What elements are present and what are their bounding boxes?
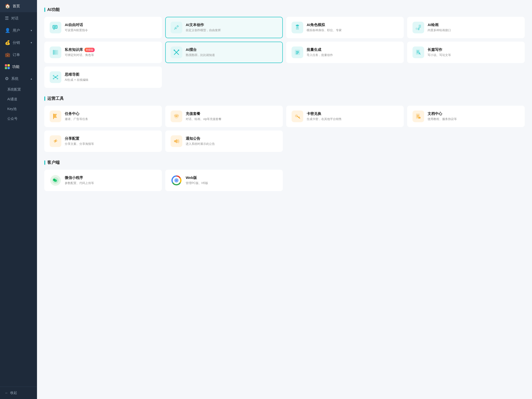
- card-share-config[interactable]: 分享配置 分享文案、分享海报等: [44, 130, 162, 152]
- card-desc-ai-paint: 内置多种绘画接口: [428, 28, 451, 32]
- empty-cell: [286, 66, 404, 88]
- swords-icon: [171, 46, 182, 58]
- card-desc-share-config: 分享文案、分享海报等: [65, 142, 94, 146]
- card-ai-chat[interactable]: AI自由对话 可设置AI前置指令: [44, 17, 162, 38]
- card-title-ai-knowledge: 私有知识库 初级版: [65, 47, 95, 52]
- sidebar-item-user[interactable]: 👤 用户 ▾: [0, 24, 37, 37]
- svg-point-13: [174, 50, 175, 51]
- sidebar-item-home[interactable]: 🏠 首页: [0, 0, 37, 12]
- empty-cell: [286, 170, 404, 191]
- gear-icon: ⚙: [5, 76, 9, 81]
- card-text-ai-text: AI文本创作 自定义创作模型，自由发挥: [186, 23, 221, 32]
- section-ops-tools: 运营工具 任务中心 邀请、广告等任务: [44, 96, 525, 152]
- card-title-notice: 通知公告: [186, 136, 215, 141]
- sidebar-item-dialogue[interactable]: ☰ 对话: [0, 12, 37, 24]
- sidebar-item-distribute[interactable]: 💰 分销 ▾: [0, 37, 37, 49]
- svg-rect-10: [57, 50, 58, 55]
- card-title-ai-arena: AI擂台: [186, 47, 215, 52]
- sidebar-item-label: 对话: [11, 16, 18, 21]
- card-ai-long-write[interactable]: 长篇写作 写小说、写论文等: [407, 42, 525, 63]
- card-web[interactable]: Web版 管理PC版、H5版: [165, 170, 283, 191]
- card-ai-arena[interactable]: AI擂台 熟强熟弱，比比就知道: [165, 42, 283, 63]
- sidebar-item-label: 系统: [11, 76, 18, 81]
- card-text-ai-role: AI角色模拟 模拟各种身份、职位、专家: [307, 23, 342, 32]
- empty-cell: [407, 66, 525, 88]
- sidebar-sub-key-pool[interactable]: Key池: [0, 104, 37, 114]
- grid-icon: [5, 64, 10, 69]
- svg-point-34: [295, 115, 298, 117]
- card-ai-mindmap[interactable]: 思维导图 AI生成 + 在线编辑: [44, 66, 162, 88]
- sidebar-sub-public-account[interactable]: 公众号: [0, 114, 37, 124]
- card-wechat-mini[interactable]: 微信小程序 参数配置、代码上传等: [44, 170, 162, 191]
- card-title-web: Web版: [186, 176, 208, 180]
- card-ai-knowledge[interactable]: 私有知识库 初级版 可绑定到对话、角色等: [44, 42, 162, 63]
- card-card-redeem[interactable]: 卡密兑换 生成卡密，在其他平台销售: [286, 106, 404, 127]
- card-desc-doc-center: 使用教程、服务协议等: [428, 117, 457, 121]
- key-icon: [292, 111, 303, 122]
- list-check-icon: [292, 46, 303, 58]
- card-desc-web: 管理PC版、H5版: [186, 181, 208, 185]
- card-text-doc-center: 文档中心 使用教程、服务协议等: [428, 111, 457, 121]
- sidebar-sub-ai-channel[interactable]: AI通道: [0, 94, 37, 104]
- card-desc-ai-text: 自定义创作模型，自由发挥: [186, 28, 221, 32]
- card-ai-text[interactable]: AI文本创作 自定义创作模型，自由发挥: [165, 17, 283, 38]
- flag-icon: [50, 111, 61, 122]
- section-title-ai: AI功能: [44, 7, 525, 12]
- ai-functions-grid: AI自由对话 可设置AI前置指令 AI文本创作 自定义创作模型，自由发挥: [44, 17, 525, 38]
- sidebar-collapse-button[interactable]: ← 收起: [0, 387, 37, 399]
- ops-tools-grid-2: 分享配置 分享文案、分享海报等 通知公告 进入系统时展示此公告: [44, 130, 525, 152]
- bag-icon: 💼: [5, 52, 10, 57]
- sidebar-item-label: 用户: [13, 28, 20, 33]
- svg-rect-0: [53, 25, 57, 28]
- card-title-ai-paint: AI绘画: [428, 23, 451, 27]
- card-text-ai-paint: AI绘画 内置多种绘画接口: [428, 23, 451, 32]
- chevron-down-icon: ▾: [31, 41, 32, 44]
- card-ai-paint[interactable]: AI绘画 内置多种绘画接口: [407, 17, 525, 38]
- card-recharge[interactable]: ¥ 充值套餐 对话、绘画、vip等充值套餐: [165, 106, 283, 127]
- svg-rect-9: [55, 50, 56, 55]
- card-ai-role[interactable]: AI角色模拟 模拟各种身份、职位、专家: [286, 17, 404, 38]
- sidebar-item-order[interactable]: 💼 订单: [0, 49, 37, 61]
- card-desc-ai-knowledge: 可绑定到对话、角色等: [65, 53, 95, 57]
- svg-line-28: [54, 76, 55, 77]
- brush-icon: [413, 22, 424, 33]
- card-text-card-redeem: 卡密兑换 生成卡密，在其他平台销售: [307, 111, 342, 121]
- section-client: 客户端 微信小程序 参数配置、代码上传等: [44, 160, 525, 191]
- empty-cell: [407, 130, 525, 152]
- card-text-ai-knowledge: 私有知识库 初级版 可绑定到对话、角色等: [65, 47, 95, 57]
- svg-line-31: [56, 77, 57, 78]
- card-doc-center[interactable]: 文档中心 使用教程、服务协议等: [407, 106, 525, 127]
- share-icon: [50, 135, 61, 147]
- card-text-ai-mindmap: 思维导图 AI生成 + 在线编辑: [65, 72, 88, 82]
- sidebar-item-system[interactable]: ⚙ 系统 ▴: [0, 73, 37, 85]
- sidebar-sub-label: 公众号: [7, 117, 18, 121]
- sidebar-sub-system-config[interactable]: 系统配置: [0, 85, 37, 94]
- card-text-ai-chat: AI自由对话 可设置AI前置指令: [65, 23, 88, 32]
- mindmap-icon: [50, 71, 61, 83]
- svg-point-7: [416, 28, 418, 30]
- svg-line-36: [299, 117, 299, 117]
- card-title-wechat-mini: 微信小程序: [65, 176, 94, 180]
- section-title-ops: 运营工具: [44, 96, 525, 101]
- sidebar-item-label: 分销: [13, 40, 20, 45]
- sidebar-item-label: 功能: [12, 65, 19, 69]
- sidebar-item-function[interactable]: 功能: [0, 61, 37, 73]
- long-write-icon: [413, 46, 424, 58]
- card-task-center[interactable]: 任务中心 邀请、广告等任务: [44, 106, 162, 127]
- card-title-ai-chat: AI自由对话: [65, 23, 88, 27]
- sidebar-sub-label: 系统配置: [7, 87, 21, 92]
- card-text-ai-long-write: 长篇写作 写小说、写论文等: [428, 47, 451, 57]
- empty-cell: [286, 130, 404, 152]
- card-ai-batch[interactable]: 批量生成 导入任务，批量创作: [286, 42, 404, 63]
- svg-rect-6: [419, 25, 421, 28]
- chevron-up-icon: ▴: [31, 77, 32, 80]
- card-title-ai-batch: 批量生成: [307, 47, 333, 52]
- sidebar: 🏠 首页 ☰ 对话 👤 用户 ▾ 💰 分销 ▾ 💼 订单 功能: [0, 0, 37, 399]
- card-desc-ai-arena: 熟强熟弱，比比就知道: [186, 53, 215, 57]
- home-icon: 🏠: [5, 3, 10, 9]
- card-desc-wechat-mini: 参数配置、代码上传等: [65, 181, 94, 185]
- announce-icon: [171, 135, 182, 147]
- svg-rect-8: [53, 50, 55, 55]
- doc-icon: [413, 111, 424, 122]
- card-notice[interactable]: 通知公告 进入系统时展示此公告: [165, 130, 283, 152]
